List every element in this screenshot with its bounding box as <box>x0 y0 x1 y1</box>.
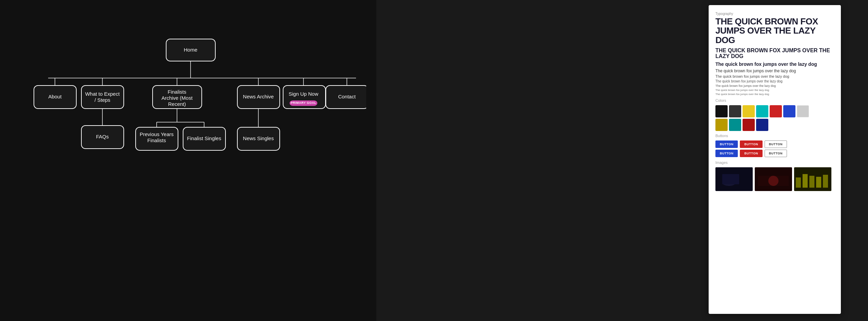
typography-body5: The quick brown fox jumps over the lazy … <box>715 89 834 92</box>
color-swatch-darkblue <box>756 119 768 131</box>
svg-rect-52 <box>816 177 821 188</box>
svg-text:Sign Up Now: Sign Up Now <box>289 91 318 97</box>
typography-body6: The quick brown fox jumps over the lazy … <box>715 93 834 96</box>
typography-body3: The quick brown fox jumps over the lazy … <box>715 79 834 83</box>
svg-text:PRIMARY GOAL: PRIMARY GOAL <box>291 101 316 105</box>
buttons-row2: BUTTON BUTTON BUTTON <box>715 150 834 157</box>
svg-text:Finalists: Finalists <box>167 89 186 95</box>
image-placeholder-3 <box>794 167 831 191</box>
color-swatch-red <box>770 105 782 117</box>
svg-text:Finalists: Finalists <box>147 137 166 143</box>
svg-rect-47 <box>758 176 789 186</box>
color-swatch-darkteal <box>729 119 741 131</box>
buttons-row1: BUTTON BUTTON BUTTON <box>715 140 834 148</box>
typography-heading1: THE QUICK BROWN FOX JUMPS OVER THE LAZY … <box>715 17 834 45</box>
svg-text:Previous Years: Previous Years <box>140 131 174 137</box>
style-guide-panel: Typography THE QUICK BROWN FOX JUMPS OVE… <box>709 5 841 314</box>
svg-rect-51 <box>809 176 814 188</box>
typography-heading2: THE QUICK BROWN FOX JUMPS OVER THE LAZY … <box>715 48 834 59</box>
color-swatch-darkyellow <box>715 119 728 131</box>
home-node-label: Home <box>184 47 197 53</box>
typography-body1: The quick brown fox jumps over the lazy … <box>715 69 834 73</box>
svg-text:News Singles: News Singles <box>243 135 274 141</box>
color-swatch-blue <box>783 105 795 117</box>
svg-text:News Archive: News Archive <box>243 94 274 99</box>
color-swatch-yellow <box>743 105 755 117</box>
btn-red-1[interactable]: BUTTON <box>740 140 762 148</box>
svg-text:Contact: Contact <box>338 94 356 99</box>
color-swatches-row2 <box>715 119 834 131</box>
color-swatch-lightgray <box>797 105 809 117</box>
btn-outline-1[interactable]: BUTTON <box>765 140 787 148</box>
svg-text:Archive (Most: Archive (Most <box>161 95 193 101</box>
typography-label: Typography <box>715 12 834 16</box>
svg-rect-49 <box>796 177 801 188</box>
svg-text:Finalist Singles: Finalist Singles <box>187 135 221 141</box>
image-placeholder-1 <box>715 167 753 191</box>
colors-label: Colors <box>715 98 834 102</box>
color-swatch-black <box>715 105 728 117</box>
images-label: Images <box>715 160 834 165</box>
typography-body4: The quick brown fox jumps over the lazy … <box>715 84 834 88</box>
color-swatch-teal <box>756 105 768 117</box>
btn-blue-1[interactable]: BUTTON <box>715 140 738 148</box>
buttons-section: BUTTON BUTTON BUTTON BUTTON BUTTON BUTTO… <box>715 140 834 157</box>
svg-rect-50 <box>803 174 808 188</box>
svg-text:Recent): Recent) <box>168 101 186 107</box>
svg-rect-53 <box>823 175 828 188</box>
color-swatch-darkgray <box>729 105 741 117</box>
svg-text:About: About <box>48 94 62 99</box>
typography-body2: The quick brown fox jumps over the lazy … <box>715 74 834 78</box>
svg-text:FAQs: FAQs <box>96 134 109 139</box>
color-swatch-darkred <box>743 119 755 131</box>
sitemap-diagram: Home About What to Expect / Steps Finali… <box>0 0 366 321</box>
buttons-label: Buttons <box>715 134 834 138</box>
color-swatches-row1 <box>715 105 834 117</box>
svg-text:What to Expect: What to Expect <box>85 91 120 97</box>
svg-rect-44 <box>722 174 739 184</box>
images-section <box>715 167 834 191</box>
btn-blue-2[interactable]: BUTTON <box>715 150 738 157</box>
image-placeholder-2 <box>755 167 792 191</box>
typography-heading3: The quick brown fox jumps over the lazy … <box>715 61 834 67</box>
btn-red-2[interactable]: BUTTON <box>740 150 762 157</box>
svg-text:/ Steps: / Steps <box>95 97 111 103</box>
btn-outline-2[interactable]: BUTTON <box>765 150 787 157</box>
